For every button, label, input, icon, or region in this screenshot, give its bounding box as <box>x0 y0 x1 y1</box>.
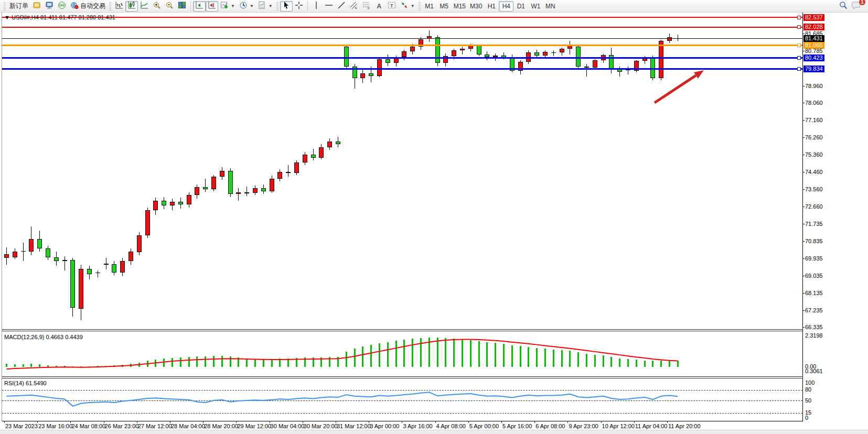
price-level-anchor[interactable] <box>797 56 801 60</box>
timeframe-H4[interactable]: H4 <box>499 1 513 12</box>
price-level-line[interactable] <box>2 27 802 28</box>
price-axis-tick <box>802 120 805 121</box>
zoom-out-button[interactable] <box>163 1 176 12</box>
time-axis-label: 5 Apr 16:00 <box>502 423 532 429</box>
toolbar-grip[interactable] <box>419 2 421 10</box>
equidistant-channel-button[interactable]: E <box>348 1 360 12</box>
price-level-line[interactable] <box>2 38 802 39</box>
periods-button[interactable]: ▼ <box>237 1 256 12</box>
price-axis-label: 78.960 <box>805 83 823 89</box>
price-level-anchor[interactable] <box>797 25 801 29</box>
bar-chart-button[interactable] <box>113 1 125 12</box>
price-axis-label: 75.360 <box>805 151 823 158</box>
zoom-in-button[interactable] <box>151 1 163 12</box>
notifications-button[interactable]: 1 <box>850 1 863 12</box>
time-axis-tick <box>336 421 336 423</box>
candlestick-chart-button[interactable] <box>125 1 138 12</box>
horizontal-line-icon <box>325 1 333 11</box>
timeframe-H1[interactable]: H1 <box>484 1 499 12</box>
text-label-button[interactable]: T <box>385 1 398 12</box>
price-level-anchor[interactable] <box>797 16 801 19</box>
cursor-button[interactable] <box>280 1 293 12</box>
horizontal-line-button[interactable] <box>323 1 335 12</box>
toolbar-grip[interactable] <box>4 2 6 10</box>
price-axis-tick <box>802 224 805 224</box>
line-chart-icon <box>140 1 148 11</box>
time-axis-tick <box>37 421 38 423</box>
time-axis-label: 23 Mar 16:00 <box>38 423 72 429</box>
price-axis-tick <box>802 258 805 259</box>
arrows-tool-button[interactable]: ▼ <box>398 1 417 12</box>
price-axis-label: 70.835 <box>805 238 823 244</box>
arrows-tool-icon <box>400 1 409 11</box>
timeframe-MN[interactable]: MN <box>543 1 558 12</box>
rsi-axis-100: 100 <box>805 379 815 386</box>
chart-shift-button[interactable] <box>206 1 218 12</box>
price-axis-label: 73.560 <box>805 186 823 192</box>
price-level-line[interactable] <box>2 17 802 18</box>
auto-trading-button[interactable]: 自动交易 <box>68 1 108 12</box>
price-badge: 80.423 <box>803 55 824 61</box>
price-axis-tick <box>802 189 805 190</box>
timeframe-D1[interactable]: D1 <box>513 1 528 12</box>
time-axis-tick <box>137 421 137 423</box>
price-level-line[interactable] <box>2 68 802 70</box>
cursor-icon <box>282 1 291 11</box>
price-axis-tick <box>802 276 805 276</box>
toolbar: 新订单 自动交易 ▼ ▼ ▼ E F A T ▼ M1M5M15M30H <box>0 0 868 13</box>
text-a-icon: A <box>377 3 381 10</box>
market-watch-icon <box>45 1 53 11</box>
price-badge: 82.537 <box>803 14 824 21</box>
chart-window[interactable]: ▼ USOil#,H4 81.411 81.477 81.280 81.431 … <box>0 13 868 434</box>
price-badge: 79.834 <box>803 66 824 72</box>
crosshair-button[interactable] <box>293 1 305 12</box>
time-axis-label: 31 Mar 12:00 <box>337 423 371 429</box>
price-axis-label: 72.660 <box>805 203 823 210</box>
vertical-line-button[interactable] <box>310 1 323 12</box>
arrows-caret-icon: ▼ <box>411 4 415 8</box>
rsi-level-line <box>2 413 802 414</box>
new-order-button[interactable]: 新订单 <box>7 1 30 12</box>
trendline-button[interactable] <box>335 1 348 12</box>
time-axis-label: 3 Apr 16:00 <box>403 423 432 429</box>
timeframe-M1[interactable]: M1 <box>422 1 437 12</box>
signals-button[interactable] <box>56 1 68 12</box>
price-badge: 82.028 <box>803 24 824 30</box>
price-axis-label: 69.035 <box>805 273 823 279</box>
time-axis-tick <box>236 421 237 423</box>
chart-profiles-button[interactable] <box>30 1 43 12</box>
price-level-line[interactable] <box>2 57 802 59</box>
timeframe-M30[interactable]: M30 <box>468 1 484 12</box>
time-axis-label: 26 Mar 23:00 <box>105 423 139 429</box>
price-axis-line <box>802 13 803 421</box>
search-button[interactable] <box>837 1 850 12</box>
toolbar-grip[interactable] <box>109 2 111 10</box>
time-axis-tick <box>468 421 469 423</box>
time-axis-label: 4 Apr 08:00 <box>436 423 466 429</box>
mt4-window: 新订单 自动交易 ▼ ▼ ▼ E F A T ▼ M1M5M15M30H <box>0 0 868 434</box>
timeframe-W1[interactable]: W1 <box>528 1 543 12</box>
tile-windows-button[interactable] <box>176 1 188 12</box>
timeframe-M5[interactable]: M5 <box>437 1 452 12</box>
text-button[interactable]: A <box>373 1 385 12</box>
clock-icon <box>239 1 248 11</box>
price-level-anchor[interactable] <box>797 44 801 47</box>
price-level-anchor[interactable] <box>797 67 801 71</box>
market-watch-button[interactable] <box>43 1 56 12</box>
line-chart-button[interactable] <box>138 1 151 12</box>
fibonacci-button[interactable]: F <box>360 1 373 12</box>
macd-panel-separator[interactable] <box>2 329 802 331</box>
channel-icon: E <box>350 1 358 11</box>
indicators-button[interactable]: ▼ <box>218 1 237 12</box>
zoom-in-icon <box>153 1 161 11</box>
auto-trading-label: 自动交易 <box>80 2 105 10</box>
time-axis-label: 29 Mar 12:00 <box>237 423 271 429</box>
price-axis-tick <box>802 327 805 328</box>
rsi-panel-separator[interactable] <box>2 376 802 378</box>
timeframe-M15[interactable]: M15 <box>452 1 468 12</box>
toolbar-grip[interactable] <box>276 2 278 10</box>
time-axis-tick <box>170 421 170 423</box>
templates-button[interactable]: ▼ <box>256 1 275 12</box>
price-level-line[interactable] <box>2 45 802 46</box>
auto-scroll-button[interactable] <box>193 1 206 12</box>
